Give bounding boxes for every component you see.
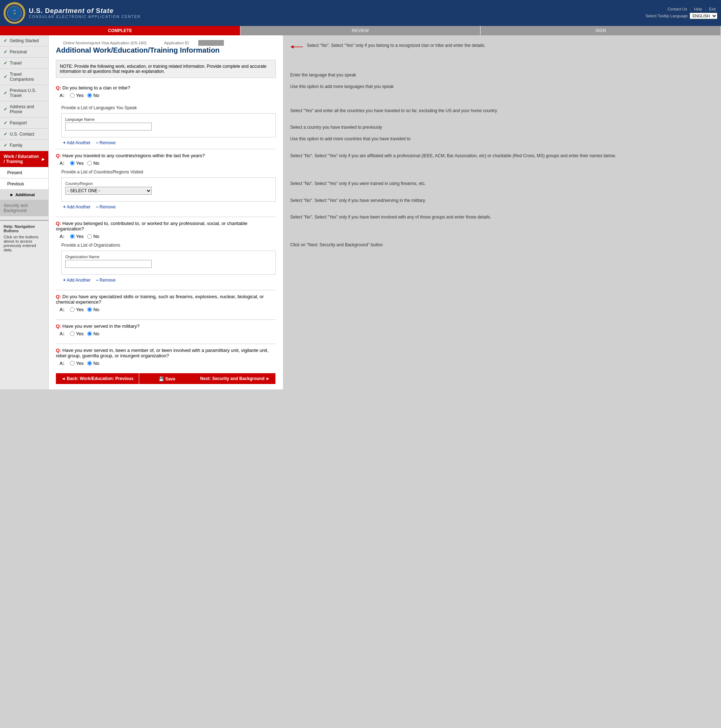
q1-label: Q: Do you belong to a clan or tribe? (56, 85, 276, 90)
contact-link[interactable]: Contact Us (668, 7, 687, 11)
bottom-nav: ◄ Back: Work/Education: Previous 💾 Save … (56, 373, 276, 384)
q5-yes-radio[interactable] (70, 331, 75, 336)
sidebar-item-travel[interactable]: Travel (0, 58, 48, 69)
country-field-table: Country/Region - SELECT ONE - (61, 177, 276, 202)
sidebar-item-additional[interactable]: ■Additional (0, 190, 48, 200)
q2-no-radio[interactable] (87, 161, 92, 165)
sidebar-item-address-phone[interactable]: Address and Phone (0, 101, 48, 118)
q4-no-radio[interactable] (87, 307, 92, 312)
next-button[interactable]: Next: Security and Background ► (195, 373, 276, 384)
q3-answer: A: Yes No (56, 234, 276, 239)
save-button[interactable]: 💾 Save (159, 376, 175, 381)
q5-yes-label[interactable]: Yes (70, 331, 84, 336)
q3-label: Q: Have you belonged to, contributed to,… (56, 221, 276, 231)
progress-complete[interactable]: COMPLETE (0, 26, 240, 35)
country-select[interactable]: - SELECT ONE - (65, 187, 152, 195)
q1-no-label[interactable]: No (87, 93, 99, 98)
progress-sign[interactable]: SIGN (481, 26, 721, 35)
language-field-row: Language Name (65, 117, 272, 130)
help-text: Click on the buttons above to access pre… (4, 235, 45, 252)
sidebar-item-personal[interactable]: Personal (0, 46, 48, 58)
country-add-btn[interactable]: Add Another (63, 205, 90, 210)
sidebar-item-travel-companions[interactable]: Travel Companions (0, 69, 48, 85)
annotation-11: Click on "Next: Security and Background"… (290, 242, 714, 248)
q2-a-label: A: (60, 161, 64, 166)
q1-yes-label[interactable]: Yes (70, 93, 84, 98)
q5-no-radio[interactable] (87, 331, 92, 336)
sidebar-item-present[interactable]: Present (0, 167, 48, 179)
org-name-input[interactable] (65, 260, 152, 268)
q3-yes-radio[interactable] (70, 234, 75, 239)
q5-a-label: A: (60, 331, 64, 336)
additional-label: Additional (15, 193, 35, 197)
org-add-btn[interactable]: Add Another (63, 278, 90, 283)
ann11-text: Click on "Next: Security and Background"… (290, 242, 383, 247)
dept-subtitle: CONSULAR ELECTRONIC APPLICATION CENTER (29, 15, 141, 19)
exit-link[interactable]: Exit (709, 7, 716, 11)
q6-yes-radio[interactable] (70, 361, 75, 366)
q1-no-radio[interactable] (87, 93, 92, 98)
ann4-text: Select "Yes" and enter all the countries… (290, 108, 497, 113)
country-add-remove: Add Another Remove (61, 205, 276, 210)
ann2-text: Enter the language that you speak (290, 72, 356, 78)
sidebar-item-previous-us-travel[interactable]: Previous U.S. Travel (0, 85, 48, 101)
country-remove-btn[interactable]: Remove (96, 205, 116, 210)
q3-block: Q: Have you belonged to, contributed to,… (56, 221, 276, 283)
sidebar-item-us-contact[interactable]: U.S. Contact (0, 129, 48, 140)
q6-no-radio[interactable] (87, 361, 92, 366)
language-name-label: Language Name (65, 117, 272, 121)
app-id-area: Application ID ████ (155, 41, 224, 45)
q2-answer: A: Yes No (56, 161, 276, 166)
q1-q: Q: (56, 85, 61, 90)
sidebar-item-previous[interactable]: Previous (0, 179, 48, 190)
org-field-row: Organization Name (65, 255, 272, 268)
language-name-input[interactable] (65, 122, 152, 130)
back-button[interactable]: ◄ Back: Work/Education: Previous (56, 373, 139, 384)
q4-q: Q: (56, 294, 61, 299)
sidebar-item-security[interactable]: Security and Background (0, 200, 48, 216)
sidebar-item-getting-started[interactable]: Getting Started (0, 35, 48, 46)
q6-yes-label[interactable]: Yes (70, 361, 84, 366)
sidebar-item-family[interactable]: Family (0, 140, 48, 151)
org-field-table: Organization Name (61, 251, 276, 275)
org-remove-btn[interactable]: Remove (96, 278, 116, 283)
q6-no-label[interactable]: No (87, 361, 99, 366)
q2-yes-radio[interactable] (70, 161, 75, 165)
help-link[interactable]: Help (694, 7, 702, 11)
help-title: Help: Navigation Buttons (4, 224, 45, 233)
q3-yes-label[interactable]: Yes (70, 234, 84, 239)
q5-no-label[interactable]: No (87, 331, 99, 336)
q1-yes-radio[interactable] (70, 93, 75, 98)
q2-no-label[interactable]: No (87, 161, 99, 166)
q2-yes-label[interactable]: Yes (70, 161, 84, 166)
language-selector: Select Tooltip Language ENGLISH (646, 12, 717, 19)
q4-yes-radio[interactable] (70, 307, 75, 312)
sidebar-item-work-education[interactable]: Work / Education / Training ▶ (0, 151, 48, 167)
q6-answer: A: Yes No (56, 361, 276, 366)
department-name: U.S. Department of State CONSULAR ELECTR… (29, 7, 141, 19)
svg-text:★: ★ (13, 12, 16, 15)
q1-text: Do you belong to a clan or tribe? (63, 85, 130, 90)
q3-q: Q: (56, 221, 61, 226)
q4-yes-label[interactable]: Yes (70, 307, 84, 312)
annotation-2: Enter the language that you speak (290, 72, 714, 78)
top-links: Contact Us | Help | Exit (666, 7, 717, 11)
countries-section: Provide a List of Countries/Regions Visi… (61, 170, 276, 210)
q4-a-label: A: (60, 307, 64, 312)
q4-label: Q: Do you have any specialized skills or… (56, 294, 276, 305)
dept-title: U.S. Department of State (29, 7, 141, 15)
q4-no-label[interactable]: No (87, 307, 99, 312)
language-add-remove: Add Another Remove (61, 140, 276, 145)
language-add-btn[interactable]: Add Another (63, 140, 90, 145)
tooltip-lang-label: Select Tooltip Language (646, 14, 688, 18)
progress-review[interactable]: REVIEW (240, 26, 481, 35)
sidebar-item-passport[interactable]: Passport (0, 118, 48, 129)
language-dropdown[interactable]: ENGLISH (690, 12, 717, 19)
country-region-label: Country/Region (65, 181, 272, 186)
q3-no-radio[interactable] (87, 234, 92, 239)
q3-no-label[interactable]: No (87, 234, 99, 239)
annotation-4: Select "Yes" and enter all the countries… (290, 108, 714, 114)
language-remove-btn[interactable]: Remove (96, 140, 116, 145)
q4-text: Do you have any specialized skills or tr… (56, 294, 264, 305)
org-name-label: Organization Name (65, 255, 272, 259)
